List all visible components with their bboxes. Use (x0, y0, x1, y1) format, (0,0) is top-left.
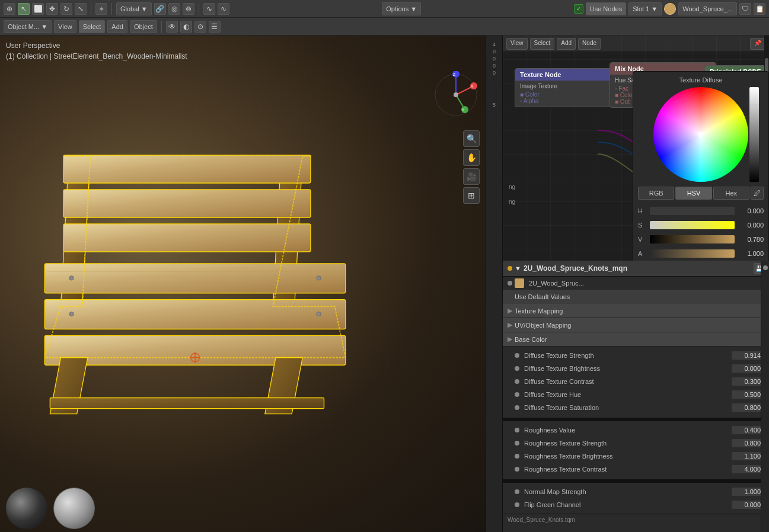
diffuse-brightness-label: Diffuse Texture Brightness (524, 365, 729, 372)
diffuse-hue-row: Diffuse Texture Hue 0.500 (503, 388, 769, 401)
diffuse-contrast-label: Diffuse Texture Contrast (524, 378, 729, 385)
color-tab-hsv[interactable]: HSV (675, 187, 711, 200)
base-color-btn[interactable]: ▶ Base Color (503, 332, 769, 347)
wave-icon[interactable]: ∿ (218, 3, 229, 15)
roughness-brightness-row: Roughness Texture Brightness 1.100 (503, 450, 769, 463)
object-btn[interactable]: Object (130, 20, 157, 33)
add-btn[interactable]: Add (107, 20, 127, 33)
node-icon (515, 278, 524, 288)
move-icon[interactable]: ✥ (46, 3, 58, 15)
use-nodes-btn[interactable]: Use Nodes (586, 2, 626, 15)
h-bar[interactable] (650, 207, 735, 215)
roughness-strength-row: Roughness Texture Strength 0.800 (503, 437, 769, 450)
viewport-options-icon[interactable]: ☰ (209, 21, 221, 33)
grid-btn[interactable]: ⊞ (463, 187, 480, 204)
proportional-icon[interactable]: ◎ (168, 3, 180, 15)
material-sphere-icon[interactable] (664, 3, 676, 15)
svg-point-14 (69, 276, 74, 280)
side-numbers-panel: 4 0 0 0 0 5 (486, 36, 502, 532)
node-card-texture[interactable]: Texture Node Image Texture ■ Color ◦ Alp… (515, 68, 621, 107)
use-default-values-btn[interactable]: Use Default Values (503, 290, 769, 304)
roughness-strength-value[interactable]: 0.800 (732, 439, 764, 447)
right-nav-buttons: 🔍 ✋ 🎥 ⊞ (463, 130, 480, 204)
use-nodes-check[interactable]: ✓ (574, 4, 583, 14)
viewport-3d[interactable]: User Perspective (1) Collection | Street… (0, 36, 486, 532)
bench-container (18, 65, 367, 473)
texture-mapping-btn[interactable]: ▶ Texture Mapping (503, 304, 769, 318)
roughness-brightness-value[interactable]: 1.100 (732, 452, 764, 460)
diffuse-saturation-row: Diffuse Texture Saturation 0.800 (503, 401, 769, 414)
a-label: A (638, 250, 647, 257)
color-tab-rgb[interactable]: RGB (638, 187, 674, 200)
options-btn[interactable]: Options ▼ (382, 2, 421, 15)
sep3 (199, 3, 199, 15)
material-header: ▼ 2U_Wood_Spruce_Knots_mqn 💾 (503, 261, 769, 277)
diffuse-hue-label: Diffuse Texture Hue (524, 391, 729, 398)
global-dropdown[interactable]: Global ▼ (116, 2, 152, 15)
flip-green-row: Flip Green Channel 0.000 (503, 498, 769, 511)
roughness-value-val[interactable]: 0.400 (732, 426, 764, 434)
snap2-icon[interactable]: ⊚ (183, 3, 194, 15)
viewport-mode-icon[interactable]: 👁 (166, 21, 178, 33)
scale-icon[interactable]: ⤡ (75, 3, 87, 15)
svg-point-15 (317, 276, 321, 280)
diffuse-strength-value[interactable]: 0.914 (732, 351, 764, 360)
pan-btn[interactable]: ✋ (463, 149, 480, 166)
side-num6: 5 (493, 102, 496, 108)
main-area: User Perspective (1) Collection | Street… (0, 36, 769, 532)
material-name-btn[interactable]: Wood_Spruce_... (678, 2, 737, 15)
diffuse-brightness-row: Diffuse Texture Brightness 0.000 (503, 362, 769, 375)
flip-green-value[interactable]: 0.000 (732, 501, 764, 509)
zoom-btn[interactable]: 🔍 (463, 130, 480, 147)
color-wheel-container[interactable] (653, 87, 748, 182)
diffuse-saturation-value[interactable]: 0.800 (732, 403, 764, 412)
flip-green-label: Flip Green Channel (524, 501, 729, 508)
roughness-value-label: Roughness Value (524, 427, 729, 434)
material-save-icon[interactable]: 🛡 (739, 3, 751, 15)
view-btn[interactable]: View (54, 20, 76, 33)
svg-rect-6 (44, 300, 345, 329)
rotate-icon[interactable]: ↻ (60, 3, 72, 15)
right-panel: View Select Add Node 📌 Texture Node (502, 36, 769, 532)
node-name-dot (508, 281, 512, 286)
object-mode-btn[interactable]: Object M... ▼ (4, 20, 52, 33)
roughness-brightness-dot (515, 454, 519, 459)
perspective-label: User Perspective (6, 40, 187, 51)
viewport-overlay-icon[interactable]: ⊙ (194, 21, 206, 33)
transform-mode-icon[interactable]: ⌖ (95, 3, 107, 15)
select-box-icon[interactable]: ⬜ (32, 3, 44, 15)
s-bar[interactable] (650, 221, 735, 229)
curve-icon[interactable]: ∿ (203, 3, 215, 15)
material-copy-icon[interactable]: 📋 (754, 3, 765, 15)
brightness-slider[interactable] (749, 87, 759, 182)
flip-green-dot (515, 502, 519, 507)
snap-icon[interactable]: 🔗 (154, 3, 166, 15)
side-num3: 0 (493, 56, 496, 62)
color-wheel-cursor (698, 132, 703, 137)
s-value: 0.000 (737, 222, 764, 229)
sep2 (111, 3, 112, 15)
diffuse-brightness-value[interactable]: 0.000 (732, 364, 764, 373)
material-title: 2U_Wood_Spruce_Knots_mqn (524, 264, 627, 273)
nodes-area[interactable]: View Select Add Node 📌 Texture Node (503, 36, 769, 261)
select-btn[interactable]: Select (79, 20, 106, 33)
uv-object-mapping-btn[interactable]: ▶ UV/Object Mapping (503, 318, 769, 332)
svg-rect-3 (63, 190, 311, 217)
transform-icon[interactable]: ⊕ (4, 3, 15, 15)
diffuse-hue-value[interactable]: 0.500 (732, 390, 764, 399)
a-bar[interactable] (650, 249, 735, 258)
viewport-shading-icon[interactable]: ◐ (180, 21, 192, 33)
v-bar[interactable] (650, 235, 735, 243)
roughness-brightness-label: Roughness Texture Brightness (524, 453, 729, 460)
camera-btn[interactable]: 🎥 (463, 168, 480, 185)
nav-gizmo[interactable]: X Y Z (432, 71, 480, 118)
diffuse-hue-dot (515, 392, 519, 397)
roughness-contrast-value[interactable]: 4.000 (732, 465, 764, 473)
normal-strength-value[interactable]: 1.000 (732, 488, 764, 496)
svg-rect-5 (44, 264, 345, 293)
cursor-icon[interactable]: ↖ (18, 3, 30, 15)
diffuse-contrast-value[interactable]: 0.300 (732, 377, 764, 386)
slot-dropdown[interactable]: Slot 1 ▼ (628, 2, 662, 15)
color-tab-hex[interactable]: Hex (713, 187, 749, 200)
eyedropper-btn[interactable]: 🖊 (751, 187, 764, 200)
